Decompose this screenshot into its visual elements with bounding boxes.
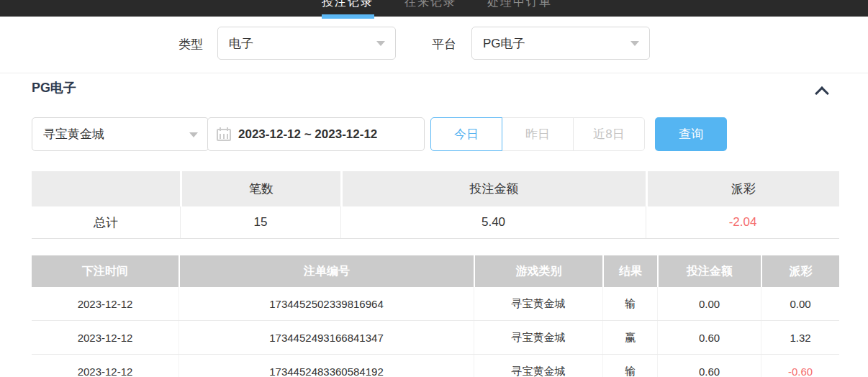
- calendar-icon: [217, 127, 231, 141]
- table-cell: 输: [602, 355, 657, 377]
- game-select-value: 寻宝黄金城: [43, 126, 104, 142]
- last-8-days-button[interactable]: 近8日: [573, 117, 645, 151]
- table-body: 2023-12-121734452502339816964寻宝黄金城输0.000…: [32, 287, 839, 377]
- summary-header-bet-amount: 投注金额: [340, 171, 646, 206]
- table-cell: 赢: [602, 321, 657, 354]
- chevron-down-icon: [189, 132, 198, 137]
- platform-label: 平台: [432, 36, 456, 53]
- table-cell: 1734452502339816964: [178, 287, 474, 320]
- table-header-row: 下注时间 注单编号 游戏类别 结果 投注金额 派彩: [32, 255, 839, 287]
- table-cell: 2023-12-12: [32, 355, 178, 377]
- platform-select[interactable]: PG电子: [471, 27, 650, 60]
- table-row: 2023-12-121734452493166841347寻宝黄金城赢0.601…: [32, 321, 839, 355]
- header-order-number: 注单编号: [178, 255, 474, 287]
- table-cell: 0.00: [761, 287, 839, 320]
- summary-total-label: 总计: [32, 206, 180, 238]
- summary-table: 笔数 投注金额 派彩 总计 15 5.40 -2.04: [32, 171, 839, 239]
- table-cell: 寻宝黄金城: [474, 355, 602, 377]
- table-cell: 寻宝黄金城: [474, 321, 602, 354]
- table-cell: -0.60: [761, 355, 839, 377]
- section-divider: [0, 73, 868, 73]
- platform-select-value: PG电子: [483, 35, 525, 52]
- tab-betting-records[interactable]: 投注记录: [322, 0, 374, 11]
- table-row: 2023-12-121734452483360584192寻宝黄金城输0.60-…: [32, 355, 839, 377]
- active-tab-underline: [322, 14, 374, 19]
- tab-transaction-records[interactable]: 往来记录: [404, 0, 456, 11]
- header-payout: 派彩: [761, 255, 839, 287]
- type-select[interactable]: 电子: [217, 27, 396, 60]
- table-cell: 0.60: [657, 321, 761, 354]
- section-title: PG电子: [32, 79, 76, 96]
- table-cell: 寻宝黄金城: [474, 287, 602, 320]
- summary-header-count: 笔数: [180, 171, 340, 206]
- chevron-down-icon: [376, 41, 385, 46]
- table-cell: 2023-12-12: [32, 287, 178, 320]
- date-range-picker[interactable]: 2023-12-12 ~ 2023-12-12: [207, 117, 425, 151]
- summary-total-payout: -2.04: [646, 206, 839, 238]
- summary-header-empty: [32, 171, 180, 206]
- collapse-chevron-up-icon[interactable]: [815, 85, 828, 97]
- top-tab-bar: 投注记录 往来记录 处理中订单: [0, 0, 868, 17]
- header-bet-amount: 投注金额: [657, 255, 761, 287]
- quick-date-button-group: 今日 昨日 近8日: [430, 117, 645, 151]
- today-button[interactable]: 今日: [430, 117, 502, 151]
- date-range-value: 2023-12-12 ~ 2023-12-12: [238, 127, 377, 142]
- bet-records-table: 下注时间 注单编号 游戏类别 结果 投注金额 派彩 2023-12-121734…: [32, 255, 839, 377]
- table-cell: 0.00: [657, 287, 761, 320]
- table-cell: 1.32: [761, 321, 839, 354]
- tab-list: 投注记录 往来记录 处理中订单: [322, 0, 552, 11]
- summary-header-payout: 派彩: [646, 171, 839, 206]
- header-game-category: 游戏类别: [474, 255, 602, 287]
- table-cell: 1734452483360584192: [178, 355, 474, 377]
- tab-processing-orders[interactable]: 处理中订单: [487, 0, 552, 11]
- summary-total-row: 总计 15 5.40 -2.04: [32, 206, 839, 239]
- search-button[interactable]: 查询: [655, 117, 727, 151]
- table-cell: 2023-12-12: [32, 321, 178, 354]
- yesterday-button[interactable]: 昨日: [502, 117, 574, 151]
- summary-header-row: 笔数 投注金额 派彩: [32, 171, 839, 206]
- table-row: 2023-12-121734452502339816964寻宝黄金城输0.000…: [32, 287, 839, 321]
- summary-total-bet-amount: 5.40: [340, 206, 646, 238]
- type-label: 类型: [178, 36, 203, 53]
- type-select-value: 电子: [229, 35, 253, 52]
- betting-records-page: 投注记录 往来记录 处理中订单 类型 电子 平台 PG电子 PG电子 寻宝黄金城…: [0, 0, 868, 377]
- table-cell: 输: [602, 287, 657, 320]
- table-cell: 1734452493166841347: [178, 321, 474, 354]
- table-cell: 0.60: [657, 355, 761, 377]
- summary-total-count: 15: [180, 206, 340, 238]
- header-bet-time: 下注时间: [32, 255, 178, 287]
- game-select[interactable]: 寻宝黄金城: [32, 117, 209, 151]
- header-result: 结果: [602, 255, 657, 287]
- chevron-down-icon: [630, 41, 639, 46]
